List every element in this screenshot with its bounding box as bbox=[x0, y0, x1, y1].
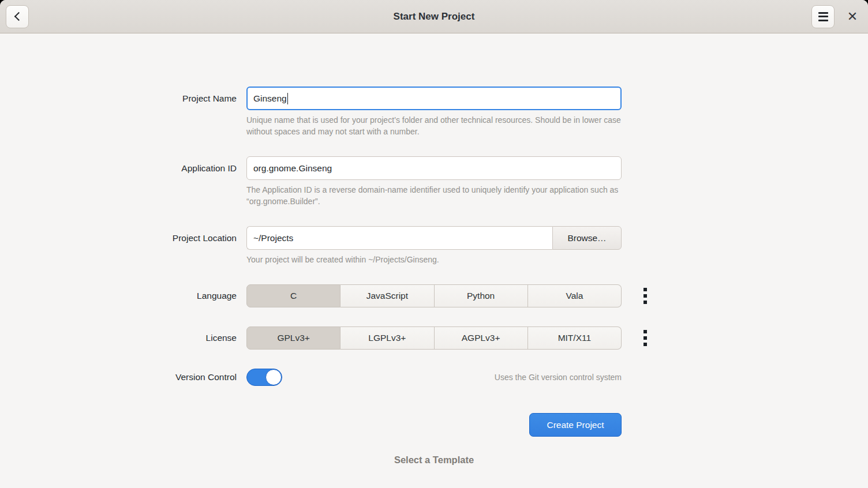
close-icon: ✕ bbox=[847, 10, 858, 23]
project-location-help: Your project will be created within ~/Pr… bbox=[246, 254, 622, 265]
start-new-project-window: Start New Project ✕ Project Name Ginseng… bbox=[0, 0, 868, 488]
text-caret bbox=[287, 93, 289, 104]
version-control-label: Version Control bbox=[0, 372, 246, 382]
window-title: Start New Project bbox=[0, 11, 868, 22]
language-label: Language bbox=[0, 291, 246, 301]
close-button[interactable]: ✕ bbox=[844, 8, 861, 25]
project-name-label: Project Name bbox=[0, 93, 246, 104]
application-id-help: The Application ID is a reverse domain-n… bbox=[246, 184, 622, 207]
license-option-agplv3[interactable]: AGPLv3+ bbox=[435, 326, 528, 350]
license-option-lgplv3[interactable]: LGPLv3+ bbox=[341, 326, 434, 350]
project-location-label: Project Location bbox=[0, 233, 246, 243]
language-row: Language C JavaScript Python Vala bbox=[0, 284, 868, 307]
project-name-help-row: Unique name that is used for your projec… bbox=[0, 114, 868, 137]
project-name-row: Project Name Ginseng bbox=[0, 87, 868, 110]
license-option-mitx11[interactable]: MIT/X11 bbox=[528, 326, 622, 350]
language-option-c[interactable]: C bbox=[246, 284, 341, 307]
hamburger-icon bbox=[818, 12, 828, 21]
vertical-dots-icon bbox=[643, 288, 647, 291]
titlebar: Start New Project ✕ bbox=[0, 0, 868, 33]
license-label: License bbox=[0, 333, 246, 343]
license-option-gplv3[interactable]: GPLv3+ bbox=[246, 326, 341, 350]
back-button[interactable] bbox=[6, 5, 29, 28]
language-option-javascript[interactable]: JavaScript bbox=[341, 284, 434, 307]
project-name-input[interactable]: Ginseng bbox=[246, 87, 622, 110]
menu-button[interactable] bbox=[811, 5, 835, 28]
project-location-help-row: Your project will be created within ~/Pr… bbox=[0, 254, 868, 265]
application-id-label: Application ID bbox=[0, 163, 246, 174]
version-control-row: Version Control Uses the Git version con… bbox=[0, 369, 868, 386]
create-project-button[interactable]: Create Project bbox=[529, 413, 622, 437]
project-location-value: ~/Projects bbox=[253, 233, 293, 243]
language-more-menu-button[interactable] bbox=[640, 286, 650, 306]
application-id-row: Application ID org.gnome.Ginseng bbox=[0, 156, 868, 180]
application-id-input[interactable]: org.gnome.Ginseng bbox=[246, 156, 622, 180]
language-option-python[interactable]: Python bbox=[435, 284, 528, 307]
project-location-row: Project Location ~/Projects Browse… bbox=[0, 226, 868, 250]
application-id-help-row: The Application ID is a reverse domain-n… bbox=[0, 184, 868, 207]
form-content: Project Name Ginseng Unique name that is… bbox=[0, 87, 868, 488]
select-template-heading: Select a Template bbox=[0, 455, 868, 466]
license-more-menu-button[interactable] bbox=[640, 328, 650, 348]
project-location-input[interactable]: ~/Projects bbox=[246, 226, 552, 250]
chevron-left-icon bbox=[14, 12, 23, 21]
version-control-toggle[interactable] bbox=[246, 369, 282, 386]
create-project-row: Create Project bbox=[0, 413, 868, 437]
license-segmented-control: GPLv3+ LGPLv3+ AGPLv3+ MIT/X11 bbox=[246, 326, 622, 350]
project-name-value: Ginseng bbox=[253, 93, 287, 104]
version-control-note: Uses the Git version control system bbox=[495, 373, 622, 382]
language-option-vala[interactable]: Vala bbox=[528, 284, 622, 307]
project-name-help: Unique name that is used for your projec… bbox=[246, 114, 622, 137]
license-row: License GPLv3+ LGPLv3+ AGPLv3+ MIT/X11 bbox=[0, 326, 868, 350]
language-segmented-control: C JavaScript Python Vala bbox=[246, 284, 622, 307]
vertical-dots-icon bbox=[643, 330, 647, 333]
browse-button[interactable]: Browse… bbox=[552, 226, 622, 250]
application-id-value: org.gnome.Ginseng bbox=[253, 163, 332, 174]
toggle-knob bbox=[265, 369, 282, 385]
